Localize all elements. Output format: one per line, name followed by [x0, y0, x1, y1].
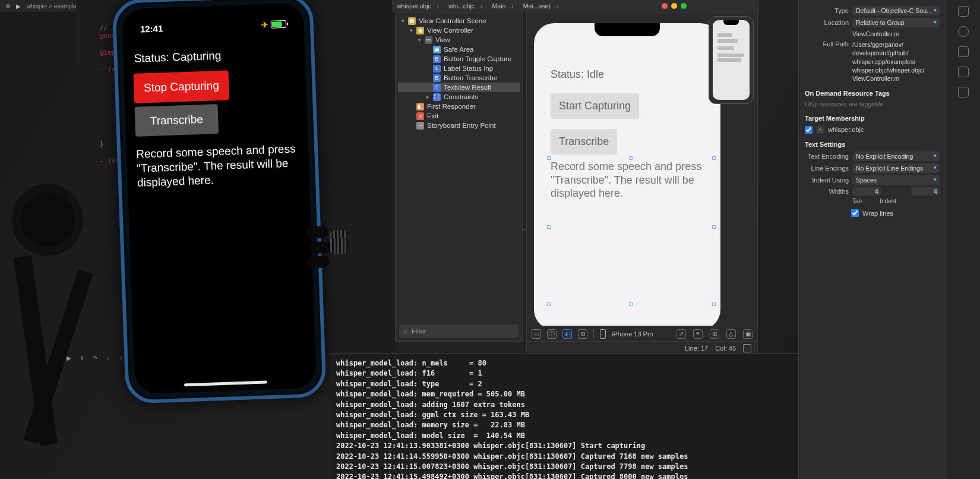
outline-filter-input[interactable]: ⌕ Filter — [399, 324, 519, 338]
console-line: 2022-10-23 12:41:15.498492+0300 whisper.… — [336, 472, 688, 479]
tab-caption: Tab — [852, 198, 862, 204]
tab-main[interactable]: Main — [488, 2, 519, 10]
ib-device-preview[interactable]: Status: Idle Start Capturing Transcribe … — [534, 23, 720, 330]
selection-handle[interactable] — [547, 156, 551, 160]
outline-entry-point[interactable]: →Storyboard Entry Point — [398, 121, 520, 130]
document-outline-panel[interactable]: ▾▦View Controller Scene ▾◉View Controlle… — [395, 12, 523, 342]
ib-zoom-fit-icon[interactable]: ⤢ — [676, 329, 686, 339]
iphone-status-icons: ✈ — [261, 19, 287, 30]
play-icon[interactable]: ▶ — [16, 3, 21, 10]
continue-icon[interactable]: ▶ — [65, 354, 72, 361]
close-window-icon[interactable] — [662, 3, 668, 9]
ib-status-label[interactable]: Status: Idle — [551, 68, 604, 81]
ib-info-icon[interactable]: ⓘ — [547, 329, 557, 339]
debug-toolbar[interactable]: ▶ ⏸ ↷ ↓ ↑ — [65, 353, 327, 363]
outline-view[interactable]: ▾▭View — [398, 35, 520, 45]
tab-main-base[interactable]: Mai...ase) — [519, 2, 564, 10]
target-membership-header: Target Membership — [805, 115, 940, 122]
device-icon[interactable] — [600, 329, 606, 339]
selection-handle[interactable] — [629, 156, 633, 160]
outline-label-status[interactable]: LLabel Status Inp — [398, 64, 520, 73]
ib-duplicate-icon[interactable]: ⧉ — [578, 329, 587, 339]
console-line: whisper_model_load: model size = 140.54 … — [336, 431, 525, 440]
ib-device-label[interactable]: iPhone 13 Pro — [612, 330, 653, 338]
ib-pin-icon[interactable]: ⊞ — [710, 329, 719, 339]
indent-caption: Indent — [880, 198, 896, 204]
outline-first-responder[interactable]: ◧First Responder — [398, 102, 520, 111]
storyboard-tab-bar[interactable]: whisper.objc whi...objc Main Mai...ase) — [392, 0, 759, 12]
console-line: whisper_model_load: type = 2 — [336, 380, 482, 388]
phone-clamp-physical — [306, 225, 355, 269]
ib-view-as-icon[interactable]: ▭ — [532, 329, 541, 339]
line-endings-dropdown[interactable]: No Explicit Line Endings — [852, 163, 940, 173]
target-checkbox[interactable] — [805, 126, 813, 134]
right-sidebar-tabs[interactable] — [946, 0, 980, 479]
capture-status-label: Status: Capturing — [134, 46, 296, 65]
inspector-tab-identity-icon[interactable] — [958, 67, 969, 77]
target-name: whisper.objc — [828, 126, 864, 133]
minimap-toggle-icon[interactable] — [743, 344, 751, 352]
indent-using-dropdown[interactable]: Spaces — [852, 175, 940, 185]
selection-handle[interactable] — [712, 225, 716, 229]
ib-start-capturing-button[interactable]: Start Capturing — [551, 93, 639, 119]
outline-view-controller[interactable]: ▾◉View Controller — [398, 26, 520, 35]
type-dropdown[interactable]: Default - Objective-C Sou... — [852, 6, 940, 15]
outline-textview-result[interactable]: TTextview Result — [398, 83, 520, 92]
tab-width-stepper[interactable]: 4 — [852, 187, 881, 196]
outline-scene[interactable]: ▾▦View Controller Scene — [398, 16, 520, 26]
outline-exit[interactable]: ⎋Exit — [398, 111, 520, 121]
cursor-col-label: Col: 45 — [715, 345, 736, 352]
tripod-physical-object — [0, 119, 107, 475]
ib-embed-icon[interactable]: ▣ — [743, 329, 753, 339]
file-inspector-panel[interactable]: Type Default - Objective-C Sou... Locati… — [798, 0, 946, 479]
outline-button-transcribe[interactable]: BButton Transcribe — [398, 73, 520, 83]
cursor-line-label: Line: 17 — [685, 345, 708, 352]
ib-align-icon[interactable]: ≡ — [693, 329, 703, 339]
selection-handle[interactable] — [547, 302, 551, 306]
indent-width-stepper[interactable]: 4 — [911, 187, 940, 196]
debug-console[interactable]: whisper_model_load: n_mels = 80 whisper_… — [330, 353, 798, 479]
ondemand-note: Only resources are taggable — [805, 100, 940, 108]
line-endings-label: Line Endings — [805, 165, 849, 172]
pause-icon[interactable]: ⏸ — [78, 354, 86, 361]
selection-handle[interactable] — [629, 302, 633, 306]
step-over-icon[interactable]: ↷ — [91, 354, 99, 361]
text-encoding-label: Text Encoding — [805, 153, 849, 160]
outline-button-toggle[interactable]: BButton Toggle Capture — [398, 54, 520, 64]
target-membership-row[interactable]: A whisper.objc — [805, 125, 940, 134]
ib-adjust-icon[interactable]: ◐ — [562, 329, 572, 339]
inspector-tab-history-icon[interactable] — [958, 26, 969, 37]
inspector-tab-file-icon[interactable] — [958, 6, 969, 17]
wrap-lines-checkbox[interactable] — [851, 209, 859, 217]
outline-constraints[interactable]: ▸⛶Constraints — [398, 92, 520, 102]
window-traffic-lights[interactable] — [662, 3, 687, 9]
app-target-icon: A — [816, 125, 824, 134]
console-line: whisper_model_load: n_mels = 80 — [336, 359, 486, 367]
ib-canvas-toolbar[interactable]: ▭ ⓘ ◐ ⧉ iPhone 13 Pro ⤢ ≡ ⊞ △ ▣ — [527, 326, 757, 341]
tab-whisper-objc[interactable]: whisper.objc — [392, 2, 444, 10]
step-out-icon[interactable]: ↑ — [118, 354, 125, 361]
console-line: whisper_model_load: memory size = 22.83 … — [336, 421, 525, 429]
stop-capturing-button[interactable]: Stop Capturing — [134, 70, 230, 103]
minimize-window-icon[interactable] — [671, 3, 677, 9]
ib-transcribe-button[interactable]: Transcribe — [551, 129, 617, 155]
outline-safe-area[interactable]: ▣Safe Area — [398, 45, 520, 54]
selection-handle[interactable] — [547, 225, 551, 229]
inspector-tab-help-icon[interactable] — [958, 46, 969, 57]
selection-handle[interactable] — [712, 156, 716, 160]
inspector-tab-attributes-icon[interactable] — [958, 87, 969, 97]
ib-result-textview[interactable]: Record some speech and press "Transcribe… — [551, 160, 706, 200]
ib-minimap[interactable] — [709, 16, 754, 104]
filter-placeholder: Filter — [412, 327, 426, 335]
tab-whi-objc[interactable]: whi...objc — [444, 2, 487, 10]
ib-resolve-icon[interactable]: △ — [726, 329, 736, 339]
zoom-window-icon[interactable] — [681, 3, 687, 9]
transcribe-button[interactable]: Transcribe — [135, 104, 219, 137]
text-encoding-dropdown[interactable]: No Explicit Encoding — [852, 152, 940, 161]
interface-builder-canvas[interactable]: Status: Idle Start Capturing Transcribe … — [526, 12, 758, 342]
text-settings-header: Text Settings — [805, 141, 940, 148]
location-dropdown[interactable]: Relative to Group — [852, 18, 940, 27]
selection-handle[interactable] — [712, 302, 716, 306]
type-label: Type — [805, 7, 849, 14]
step-into-icon[interactable]: ↓ — [105, 354, 112, 361]
